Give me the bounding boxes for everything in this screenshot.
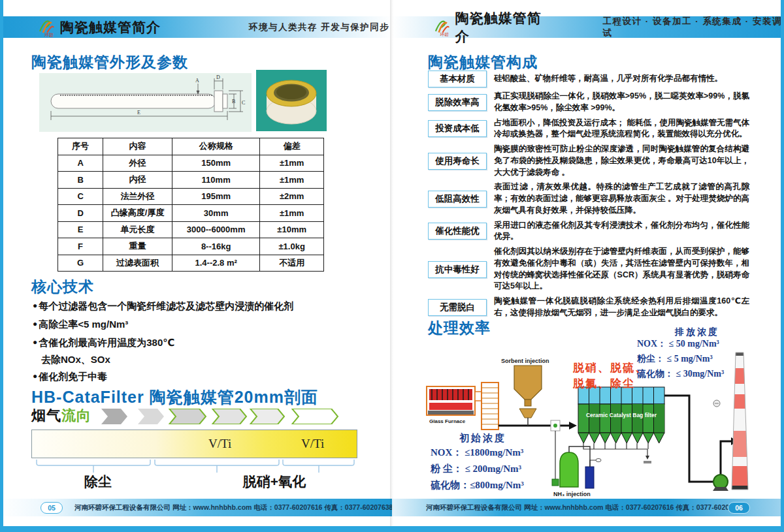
bullet-dot: ● <box>33 301 37 310</box>
table-row: D凸缘高度/厚度30mm±1mm <box>58 205 324 222</box>
svg-text:C: C <box>242 100 245 106</box>
slogan: 环境与人类共存 开发与保护同步 <box>249 22 389 33</box>
initial-line: 粉 尘： ≤ 200mg/Nm³ <box>431 463 521 475</box>
initial-conc-title: 初始浓度 <box>459 432 506 445</box>
page-title: 陶瓷触媒管简介 <box>60 18 161 37</box>
induced-draft-fan <box>713 475 728 491</box>
vti-label: V/Ti <box>301 437 324 451</box>
bag-filter-label: Ceramic Catalyst Bag filter <box>586 412 657 418</box>
feature-label: 低阻高效性 <box>428 191 487 208</box>
svg-text:B: B <box>232 99 235 104</box>
core-tech-bullet: 每个过滤器包含一个陶瓷纤维滤芯及滤芯壁内浸渍的催化剂 <box>39 300 293 311</box>
frame-bottom <box>0 526 784 532</box>
catalyst-gradient-bar: V/Ti V/Ti <box>31 430 357 458</box>
flow-label-green: 流向 <box>61 407 91 424</box>
svg-text:D: D <box>216 74 220 80</box>
frame-right <box>781 0 784 532</box>
recuperator <box>482 383 498 430</box>
feature-text: 采用进口的液态催化剂及其专利浸渍技术，催化剂分布均匀，催化性能优异。 <box>494 220 749 243</box>
flow-label-black: 烟气 <box>31 407 61 424</box>
initial-line: 硫化物：≤800mg/Nm³ <box>431 479 524 492</box>
zone-label-denox: 脱硝+氧化 <box>243 473 306 491</box>
ash-discharge-glyph <box>644 461 651 463</box>
brochure-spread: 环碧 陶瓷触媒管简介 环境与人类共存 开发与保护同步 陶瓷触媒管外形及参数 A <box>0 0 784 532</box>
stack-chimney <box>728 352 752 491</box>
emission-line: NOX： ≤ 50 mg/Nm³ <box>637 338 719 350</box>
sorbent-hopper <box>514 366 542 426</box>
composition-row: 基本材质 硅铝酸盐、矿物纤维等，耐高温，几乎对所有化学品都有惰性。 <box>428 70 749 87</box>
feature-text: 催化剂因其以纳米级别存在于滤管壁内纤维表面，从而受到保护，能够有效避免催化剂中毒… <box>494 246 749 292</box>
feature-label: 无需脱白 <box>428 299 487 316</box>
composition-row: 使用寿命长 陶瓷膜的致密性可防止粉尘的深度渗透，同时陶瓷触媒管的复合结构避免了布… <box>428 144 749 178</box>
sorbent-label: Sorbent injection <box>501 358 549 364</box>
table-row: E单元长度3000--6000mm±10mm <box>58 221 324 238</box>
core-tech-bullet: 含催化剂最高许用温度为380℃ <box>39 337 174 348</box>
feature-label: 催化性能优 <box>428 223 487 240</box>
core-tech-bullet: 去除NOx、SOx <box>41 354 110 365</box>
col-header: 内容 <box>103 138 172 155</box>
zone-braces <box>31 459 356 475</box>
page-left: 环碧 陶瓷触媒管简介 环境与人类共存 开发与保护同步 陶瓷触媒管外形及参数 A <box>0 0 392 532</box>
vti-label: V/Ti <box>208 437 231 451</box>
tube-technical-drawing: A B C D E <box>39 73 252 132</box>
left-footer-bar: 05 河南环碧环保工程设备有限公司 网址：www.hnhbhb.com 电话：0… <box>0 499 392 516</box>
section-title-core-tech: 核心技术 <box>31 277 94 297</box>
emission-conc-title: 排放浓度 <box>675 326 719 338</box>
col-header: 偏差 <box>260 138 324 155</box>
bullet-dot: ● <box>33 337 37 347</box>
section-title-composition: 陶瓷触媒管构成 <box>428 52 538 72</box>
feature-label: 使用寿命长 <box>428 153 487 170</box>
zone-label-dedust: 除尘 <box>84 473 112 491</box>
col-header: 公称规格 <box>172 138 260 155</box>
page-fold-divider <box>390 0 394 532</box>
flue-gas-flow-label: 烟气流向 <box>31 406 91 426</box>
ceramic-tube-photo <box>256 70 327 131</box>
composition-row: 无需脱白 陶瓷触媒管一体化脱硫脱硝除尘系统经余热利用后排烟温度160℃左右，这使… <box>428 296 749 319</box>
svg-text:A: A <box>195 78 199 84</box>
section-title-cross-section: HB-CataFilter 陶瓷触媒管20mm剖面 <box>31 386 318 408</box>
feature-text: 真正实现脱硝除尘一体化，脱硝效率>95%，脱二噁英效率>99%，脱氯化氢效率>9… <box>494 91 749 114</box>
feature-label: 脱除效率高 <box>428 94 487 111</box>
page-number-badge: 05 <box>41 502 63 514</box>
bullet-dot: ● <box>33 371 37 381</box>
bullet-dot: ● <box>33 319 37 328</box>
pipe-arrowhead <box>569 422 577 430</box>
feature-text: 占地面积小，降低投资及运行成本； 能耗低，使用陶瓷触媒管无需气体冷却或换热器，整… <box>494 117 749 141</box>
company-logo: 环碧 <box>434 18 451 37</box>
logo-text: 环碧 <box>440 32 449 37</box>
clean-gas-duct <box>664 396 713 482</box>
composition-row: 投资成本低 占地面积小，降低投资及运行成本； 能耗低，使用陶瓷触媒管无需气体冷却… <box>428 117 749 141</box>
table-row: C法兰外径195mm±2mm <box>58 188 324 205</box>
process-diagram: Ceramic Catalyst Bag filter <box>421 326 782 500</box>
glass-furnace <box>427 386 482 415</box>
flow-arrows <box>101 409 340 424</box>
feature-label: 抗中毒性好 <box>428 261 487 278</box>
section-title-shape-params: 陶瓷触媒管外形及参数 <box>31 52 188 72</box>
feature-text: 陶瓷触媒管一体化脱硫脱硝除尘系统经余热利用后排烟温度160℃左右，这使得排放烟气… <box>494 296 749 319</box>
removal-note: 脱硝、脱硫、 脱氟、除尘 <box>573 360 647 392</box>
composition-list: 基本材质 硅铝酸盐、矿物纤维等，耐高温，几乎对所有化学品都有惰性。 脱除效率高 … <box>428 70 749 322</box>
table-row: F重量8--16kg±1.0kg <box>58 238 324 255</box>
company-contact-info: 河南环碧环保工程设备有限公司 网址：www.hnhbhb.com 电话：0377… <box>426 503 744 512</box>
feature-text: 硅铝酸盐、矿物纤维等，耐高温，几乎对所有化学品都有惰性。 <box>494 73 749 85</box>
nh3-label: NH₃ injection <box>553 491 591 497</box>
emission-line: 硫化物： ≤ 30mg/Nm³ <box>637 368 724 380</box>
table-row: B内径110mm±1mm <box>58 172 324 189</box>
feature-text: 陶瓷膜的致密性可防止粉尘的深度渗透，同时陶瓷触媒管的复合结构避免了布袋的挠性及糊… <box>494 144 749 178</box>
composition-row: 抗中毒性好 催化剂因其以纳米级别存在于滤管壁内纤维表面，从而受到保护，能够有效避… <box>428 246 749 292</box>
right-header-band: 环碧 陶瓷触媒管简介 工程设计 · 设备加工 · 系统集成 · 安装调试 <box>392 16 784 38</box>
frame-left <box>0 0 3 532</box>
bag-filter: Ceramic Catalyst Bag filter <box>578 387 664 463</box>
feature-label: 投资成本低 <box>428 120 487 137</box>
feature-text: 表面过滤，清灰效果优越。特殊的滤管生产工艺成就了滤管的高孔隙率；有效的表面过滤，… <box>494 181 749 216</box>
svg-text:E: E <box>137 110 140 116</box>
left-header-band: 环碧 陶瓷触媒管简介 环境与人类共存 开发与保护同步 <box>0 16 392 38</box>
company-contact-info: 河南环碧环保工程设备有限公司 网址：www.hnhbhb.com 电话：0377… <box>74 503 393 512</box>
table-row: A外径150mm±1mm <box>58 155 324 172</box>
core-tech-bullet: 高除尘率<5 mg/Nm³ <box>39 319 128 330</box>
core-tech-bullet: 催化剂免于中毒 <box>39 371 107 382</box>
page-number-badge: 06 <box>728 502 750 514</box>
composition-row: 低阻高效性 表面过滤，清灰效果优越。特殊的滤管生产工艺成就了滤管的高孔隙率；有效… <box>428 181 749 216</box>
composition-row: 催化性能优 采用进口的液态催化剂及其专利浸渍技术，催化剂分布均匀，催化性能优异。 <box>428 220 749 243</box>
furnace-label: Glass Furnace <box>429 418 466 424</box>
